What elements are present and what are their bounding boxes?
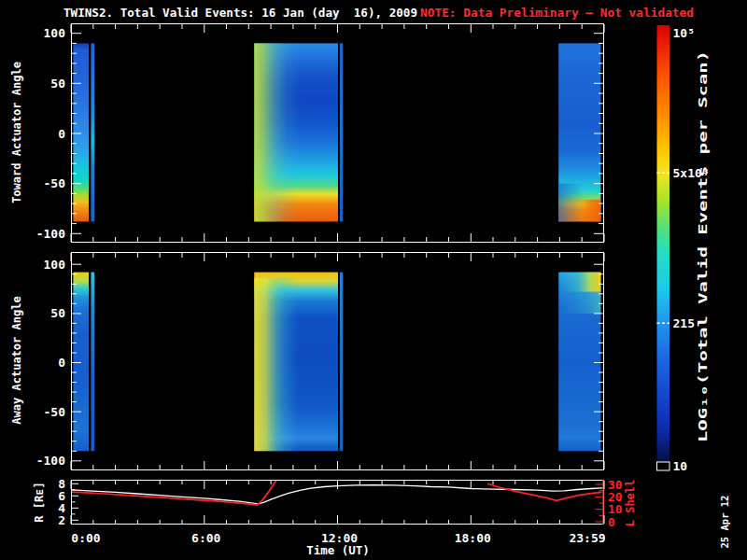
r-tick-label: 2 xyxy=(58,513,65,527)
data-block-overlay xyxy=(254,278,338,451)
l-shell-tick-label: 0 xyxy=(608,515,615,529)
colorbar-tick-label: 10 xyxy=(673,459,688,473)
y-tick-label: -50 xyxy=(44,176,66,190)
data-block xyxy=(91,273,94,452)
time-tick-label: 23:59 xyxy=(569,531,605,545)
y-tick-label: -100 xyxy=(36,227,65,241)
figure-background xyxy=(0,0,747,560)
data-block xyxy=(73,43,89,221)
away-axis-label: Away Actuator Angle xyxy=(10,296,23,424)
time-tick-label: 18:00 xyxy=(455,531,491,545)
y-tick-label: 50 xyxy=(50,306,65,320)
time-axis-title: Time (UT) xyxy=(306,543,370,557)
time-tick-label: 6:00 xyxy=(191,531,220,545)
preliminary-note: NOTE: Data Preliminary — Not validated xyxy=(420,6,694,20)
date-stamp: 25 Apr 12 xyxy=(719,496,730,549)
colorbar-tick-label: 10⁵ xyxy=(673,26,695,40)
data-block xyxy=(340,273,343,452)
data-block xyxy=(73,273,89,452)
y-tick-label: -100 xyxy=(36,454,65,468)
twins-plot-window: TWINS2. Total Valid Events: 16 Jan (day … xyxy=(0,0,747,560)
y-tick-label: 0 xyxy=(58,356,65,370)
y-tick-label: 100 xyxy=(44,258,66,272)
figure-title: TWINS2. Total Valid Events: 16 Jan (day … xyxy=(63,6,417,20)
time-tick-label: 0:00 xyxy=(71,531,100,545)
r-axis-label: R [Rᴇ] xyxy=(33,482,46,522)
data-block-overlay xyxy=(558,292,600,314)
colorbar-axis-label: LOG₁₀(Total Valid Events per Scan) xyxy=(696,50,710,442)
colorbar-tick-label: 215 xyxy=(673,316,695,330)
y-tick-label: 50 xyxy=(50,77,65,91)
data-block-overlay xyxy=(558,273,600,292)
spectrogram-figure: TWINS2. Total Valid Events: 16 Jan (day … xyxy=(0,0,747,560)
data-block xyxy=(91,43,94,221)
data-block xyxy=(340,43,343,221)
y-tick-label: 100 xyxy=(44,26,66,40)
data-block-overlay xyxy=(558,200,600,222)
toward-axis-label: Toward Actuator Angle xyxy=(10,62,23,203)
data-block-overlay xyxy=(254,43,338,221)
y-tick-label: 0 xyxy=(58,127,65,141)
colorbar-gradient-bar xyxy=(657,25,670,462)
l-shell-axis-label: L Shell xyxy=(624,480,637,527)
y-tick-label: -50 xyxy=(44,405,66,419)
colorbar-bottom-box xyxy=(657,462,670,470)
